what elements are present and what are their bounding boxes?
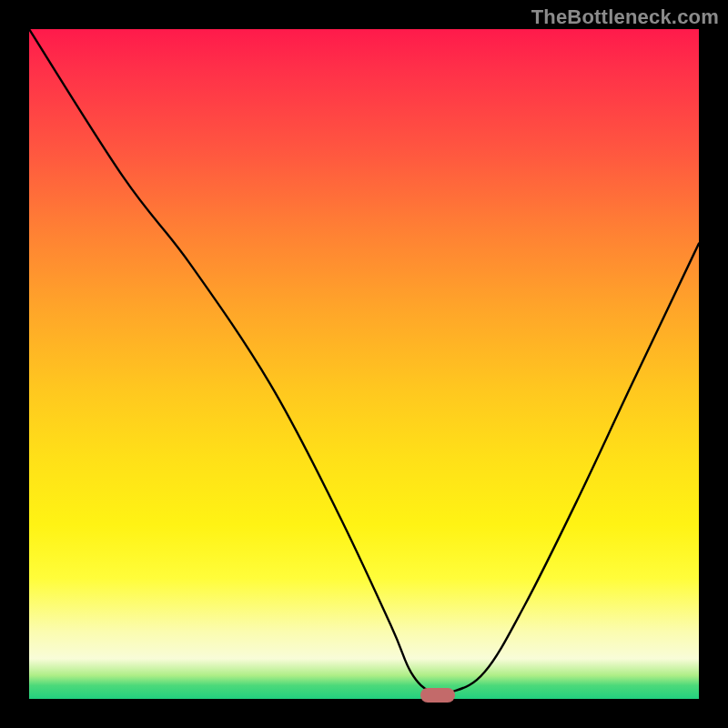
- chart-container: TheBottleneck.com: [0, 0, 728, 728]
- plot-area: [29, 29, 699, 699]
- optimal-marker: [420, 688, 455, 703]
- watermark-label: TheBottleneck.com: [531, 5, 719, 29]
- bottleneck-curve-line: [29, 29, 699, 695]
- curve-svg: [29, 29, 699, 699]
